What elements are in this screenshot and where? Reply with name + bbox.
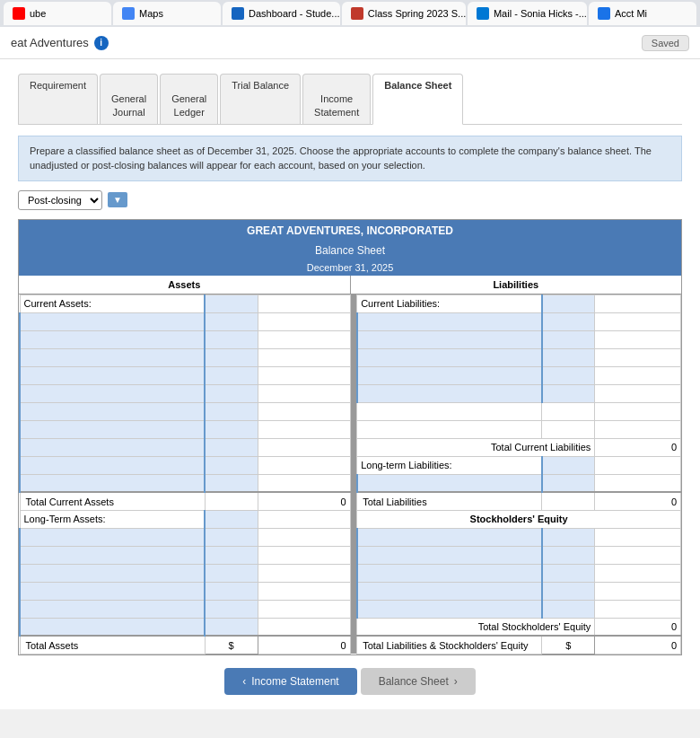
tab-class[interactable]: Class Spring 2023 S... <box>342 2 466 25</box>
ca-val-4 <box>258 348 350 366</box>
tab-mail-label: Mail - Sonia Hicks -... <box>494 8 587 19</box>
info-icon[interactable]: i <box>94 36 109 50</box>
tab-youtube[interactable]: ube <box>4 2 111 25</box>
ca-label-10[interactable] <box>20 456 205 474</box>
lta-input-6[interactable] <box>205 600 258 618</box>
cl-input-4[interactable] <box>542 348 595 366</box>
cl-input-1[interactable] <box>542 294 595 312</box>
se-input-1[interactable] <box>542 528 595 546</box>
se-input-2[interactable] <box>542 546 595 564</box>
assets-column-header: Assets <box>19 276 351 294</box>
se-label-1[interactable] <box>357 528 542 546</box>
table-row <box>20 546 681 564</box>
dropdown-arrow-button[interactable]: ▼ <box>108 192 127 207</box>
lta-label-4[interactable] <box>20 564 205 582</box>
se-val-5 <box>595 600 681 618</box>
se-input-3[interactable] <box>542 564 595 582</box>
prev-button[interactable]: ‹ Income Statement <box>224 668 356 695</box>
cl-input-3[interactable] <box>542 330 595 348</box>
se-label-3[interactable] <box>357 564 542 582</box>
table-row <box>20 420 681 438</box>
ca-label-9[interactable] <box>20 438 205 456</box>
tab-acct[interactable]: Acct Mi <box>589 2 696 25</box>
ca-input-3[interactable] <box>205 330 258 348</box>
se-label-5[interactable] <box>357 600 542 618</box>
lta-label-2[interactable] <box>20 528 205 546</box>
ca-input-11[interactable] <box>205 474 258 492</box>
cl-label-6[interactable] <box>357 384 542 402</box>
ca-input-4[interactable] <box>205 348 258 366</box>
ca-label-2[interactable] <box>20 312 205 330</box>
ca-label-3[interactable] <box>20 330 205 348</box>
tab-requirement[interactable]: Requirement <box>18 74 98 124</box>
tab-income-statement[interactable]: Income Statement <box>302 74 371 124</box>
browser-tab-bar: ube Maps Dashboard - Stude... Class Spri… <box>0 0 700 27</box>
lta-label-6[interactable] <box>20 600 205 618</box>
cl-label-2[interactable] <box>357 312 542 330</box>
tab-general-ledger[interactable]: General Ledger <box>160 74 218 124</box>
ca-label-5[interactable] <box>20 366 205 384</box>
total-current-assets-value: 0 <box>258 492 350 510</box>
ca-input-8[interactable] <box>205 420 258 438</box>
next-button-label: Balance Sheet <box>379 675 449 688</box>
total-liabilities-value: 0 <box>595 492 681 510</box>
ca-input-5[interactable] <box>205 366 258 384</box>
ca-input-1[interactable] <box>205 294 258 312</box>
lta-input-5[interactable] <box>205 582 258 600</box>
ltl-input-2[interactable] <box>542 474 595 492</box>
bs-company-name: GREAT ADVENTURES, INCORPORATED <box>19 220 681 242</box>
tab-mail[interactable]: Mail - Sonia Hicks -... <box>468 2 587 25</box>
tab-general-journal[interactable]: General Journal <box>100 74 158 124</box>
tab-trial-balance[interactable]: Trial Balance <box>220 74 301 124</box>
lta-input-3[interactable] <box>205 546 258 564</box>
se-input-4[interactable] <box>542 582 595 600</box>
se-input-5[interactable] <box>542 600 595 618</box>
ca-input-6[interactable] <box>205 384 258 402</box>
cl-label-3[interactable] <box>357 330 542 348</box>
app-header: eat Adventures i Saved <box>0 27 700 59</box>
current-assets-label: Current Assets: <box>20 294 205 312</box>
lta-val-7 <box>258 618 350 636</box>
ca-val-7 <box>258 402 350 420</box>
se-label-2[interactable] <box>357 546 542 564</box>
lta-label-7[interactable] <box>20 618 205 636</box>
lta-label-5[interactable] <box>20 582 205 600</box>
ca-label-4[interactable] <box>20 348 205 366</box>
stockholders-equity-header: Stockholders' Equity <box>357 510 681 528</box>
cl-val-1 <box>595 294 681 312</box>
cl-input-6[interactable] <box>542 384 595 402</box>
tab-youtube-label: ube <box>30 8 46 19</box>
ca-input-9[interactable] <box>205 438 258 456</box>
table-row <box>20 312 681 330</box>
tab-maps[interactable]: Maps <box>113 2 221 25</box>
ca-label-6[interactable] <box>20 384 205 402</box>
ca-input-10[interactable] <box>205 456 258 474</box>
lta-label-3[interactable] <box>20 546 205 564</box>
lt-assets-row: Long-Term Assets: Stockholders' Equity <box>20 510 681 528</box>
se-label-4[interactable] <box>357 582 542 600</box>
ca-input-2[interactable] <box>205 312 258 330</box>
tab-dashboard[interactable]: Dashboard - Stude... <box>223 2 340 25</box>
lta-input-1[interactable] <box>205 510 258 528</box>
ltl-input-1[interactable] <box>542 456 595 474</box>
current-liabilities-label: Current Liabilities: <box>357 294 542 312</box>
table-row <box>20 348 681 366</box>
post-closing-select[interactable]: Post-closing Unadjusted <box>18 190 102 210</box>
ca-label-8[interactable] <box>20 420 205 438</box>
ca-input-7[interactable] <box>205 402 258 420</box>
ltl-label-2[interactable] <box>357 474 542 492</box>
tab-balance-sheet[interactable]: Balance Sheet <box>372 74 463 125</box>
ca-label-11[interactable] <box>20 474 205 492</box>
cl-label-4[interactable] <box>357 348 542 366</box>
lta-input-2[interactable] <box>205 528 258 546</box>
cl-label-5[interactable] <box>357 366 542 384</box>
next-button[interactable]: Balance Sheet › <box>361 668 476 695</box>
lta-input-4[interactable] <box>205 564 258 582</box>
lta-input-7[interactable] <box>205 618 258 636</box>
ca-label-7[interactable] <box>20 402 205 420</box>
table-row <box>20 384 681 402</box>
saved-badge: Saved <box>642 35 689 51</box>
section-labels-row: Current Assets: Current Liabilities: <box>20 294 681 312</box>
cl-input-5[interactable] <box>542 366 595 384</box>
cl-input-2[interactable] <box>542 312 595 330</box>
